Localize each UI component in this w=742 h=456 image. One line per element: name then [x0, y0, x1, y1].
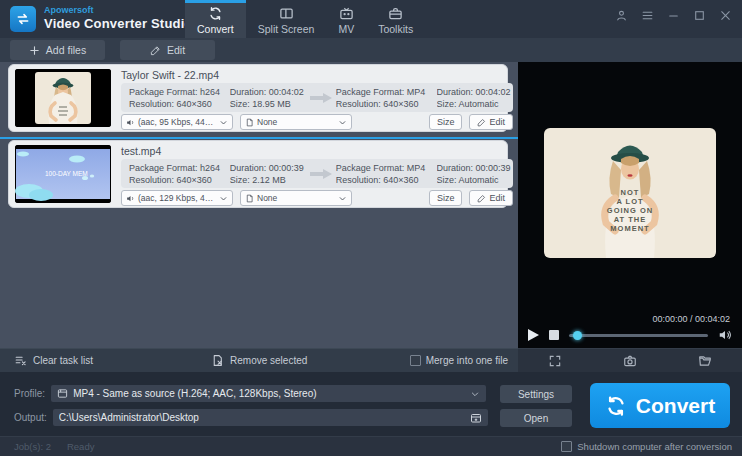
- shirt-text: NOT A LOT GOING ON AT THE MOMENT: [544, 188, 716, 233]
- close-icon[interactable]: [719, 9, 732, 22]
- add-files-label: Add files: [46, 44, 86, 56]
- profile-label: Profile:: [14, 388, 45, 399]
- menu-icon[interactable]: [641, 9, 654, 22]
- subtitle-value: None: [257, 193, 335, 203]
- maximize-icon[interactable]: [693, 9, 706, 22]
- preview-toolbar: [518, 348, 742, 372]
- product-name: Video Converter Studio: [44, 17, 193, 30]
- size-button[interactable]: Size: [429, 190, 463, 206]
- app-logo-icon: [10, 6, 36, 32]
- convert-button[interactable]: Convert: [590, 383, 730, 428]
- speaker-icon: [126, 118, 135, 127]
- edit-file-button[interactable]: Edit: [469, 190, 513, 206]
- target-size: Size: Automatic: [437, 174, 513, 186]
- open-button[interactable]: Open: [500, 409, 572, 427]
- seek-handle[interactable]: [573, 331, 582, 340]
- thumbnail-caption: 100-DAY MEM: [45, 170, 88, 177]
- source-format: Package Format: h264: [129, 162, 230, 174]
- remove-selected-button[interactable]: Remove selected: [211, 354, 307, 367]
- target-size: Size: Automatic: [437, 98, 513, 110]
- source-size: Size: 18.95 MB: [230, 98, 306, 110]
- file-toolbar: Add files Edit: [0, 38, 742, 62]
- file-row-1[interactable]: Taylor Swift - 22.mp4 Package Format: h2…: [8, 64, 508, 132]
- shutdown-checkbox[interactable]: [561, 441, 572, 452]
- stop-button[interactable]: [549, 330, 559, 340]
- status-bar: Job(s): 2 Ready Shutdown computer after …: [0, 436, 742, 456]
- account-icon[interactable]: [615, 9, 628, 22]
- tab-toolkits[interactable]: Toolkits: [366, 0, 425, 38]
- add-files-button[interactable]: Add files: [10, 40, 105, 60]
- profile-format-icon: [57, 388, 68, 399]
- audio-track-select[interactable]: (aac, 95 Kbps, 44100 Hz, ...: [121, 114, 233, 130]
- target-format: Package Format: MP4: [336, 86, 437, 98]
- video-thumbnail-2[interactable]: 100-DAY MEM: [15, 145, 111, 203]
- shutdown-label: Shutdown computer after conversion: [577, 441, 732, 452]
- tab-toolkits-label: Toolkits: [378, 23, 413, 35]
- preview-frame: NOT A LOT GOING ON AT THE MOMENT: [544, 128, 716, 258]
- seek-bar[interactable]: [569, 334, 708, 337]
- settings-button[interactable]: Settings: [500, 385, 572, 403]
- shutdown-checkbox-group[interactable]: Shutdown computer after conversion: [561, 441, 732, 452]
- profile-value: MP4 - Same as source (H.264; AAC, 128Kbp…: [73, 388, 465, 399]
- list-toolbar: Clear task list Remove selected Merge in…: [0, 348, 518, 372]
- chevron-down-icon: [338, 194, 347, 203]
- remove-file-icon: [211, 354, 224, 367]
- player-controls: [528, 327, 732, 343]
- selection-separator: [0, 137, 518, 139]
- output-path-field[interactable]: C:\Users\Administrator\Desktop: [53, 409, 488, 426]
- browse-folder-icon[interactable]: [470, 412, 482, 424]
- file-row-2[interactable]: 100-DAY MEM test.mp4 Package Format: h26…: [8, 140, 508, 208]
- tv-icon: [339, 6, 354, 21]
- merge-checkbox-group[interactable]: Merge into one file: [410, 355, 508, 366]
- tab-split-screen[interactable]: Split Screen: [246, 0, 327, 38]
- play-button[interactable]: [528, 329, 539, 341]
- minimize-icon[interactable]: [667, 9, 680, 22]
- preview-panel: NOT A LOT GOING ON AT THE MOMENT 00:00:0…: [518, 62, 742, 348]
- fullscreen-icon[interactable]: [548, 354, 562, 368]
- subtitle-file-icon: [245, 194, 254, 203]
- speaker-icon: [126, 194, 135, 203]
- clear-list-icon: [14, 354, 27, 367]
- file-info: Package Format: h264 Resolution: 640×360…: [121, 83, 513, 112]
- chevron-down-icon: [470, 389, 480, 399]
- audio-track-value: (aac, 129 Kbps, 44100 Hz...: [138, 193, 216, 203]
- edit-button[interactable]: Edit: [120, 40, 215, 60]
- pen-icon: [477, 118, 486, 127]
- tab-mv[interactable]: MV: [326, 0, 366, 38]
- titlebar: Apowersoft Video Converter Studio Conver…: [0, 0, 742, 38]
- briefcase-icon: [388, 6, 403, 21]
- open-folder-icon[interactable]: [698, 354, 712, 368]
- subtitle-select[interactable]: None: [240, 114, 352, 130]
- tab-convert-label: Convert: [197, 23, 234, 35]
- target-resolution: Resolution: 640×360: [336, 174, 437, 186]
- subtitle-file-icon: [245, 118, 254, 127]
- target-duration: Duration: 00:04:02: [437, 86, 513, 98]
- volume-icon[interactable]: [718, 328, 732, 342]
- chevron-down-icon: [338, 118, 347, 127]
- video-thumbnail-1[interactable]: [15, 69, 111, 127]
- edit-file-button[interactable]: Edit: [469, 114, 513, 130]
- arrow-right-icon: [306, 92, 336, 104]
- output-path-value: C:\Users\Administrator\Desktop: [59, 412, 465, 423]
- audio-track-select[interactable]: (aac, 129 Kbps, 44100 Hz...: [121, 190, 233, 206]
- subtitle-select[interactable]: None: [240, 190, 352, 206]
- source-duration: Duration: 00:00:39: [230, 162, 306, 174]
- window-controls: [615, 0, 732, 30]
- jobs-count: Job(s): 2: [14, 441, 51, 452]
- task-list: Taylor Swift - 22.mp4 Package Format: h2…: [0, 62, 518, 348]
- profile-select[interactable]: MP4 - Same as source (H.264; AAC, 128Kbp…: [51, 385, 486, 402]
- app-window: Apowersoft Video Converter Studio Conver…: [0, 0, 742, 456]
- size-button[interactable]: Size: [429, 114, 463, 130]
- target-format: Package Format: MP4: [336, 162, 437, 174]
- file-name: test.mp4: [121, 145, 161, 157]
- edit-label: Edit: [167, 44, 185, 56]
- pen-icon: [477, 194, 486, 203]
- tab-split-screen-label: Split Screen: [258, 23, 315, 35]
- source-resolution: Resolution: 640×360: [129, 98, 230, 110]
- snapshot-camera-icon[interactable]: [623, 354, 637, 368]
- clear-task-list-button[interactable]: Clear task list: [14, 354, 93, 367]
- merge-checkbox[interactable]: [410, 355, 421, 366]
- split-screen-icon: [279, 6, 294, 21]
- tab-convert[interactable]: Convert: [185, 0, 246, 38]
- source-size: Size: 2.12 MB: [230, 174, 306, 186]
